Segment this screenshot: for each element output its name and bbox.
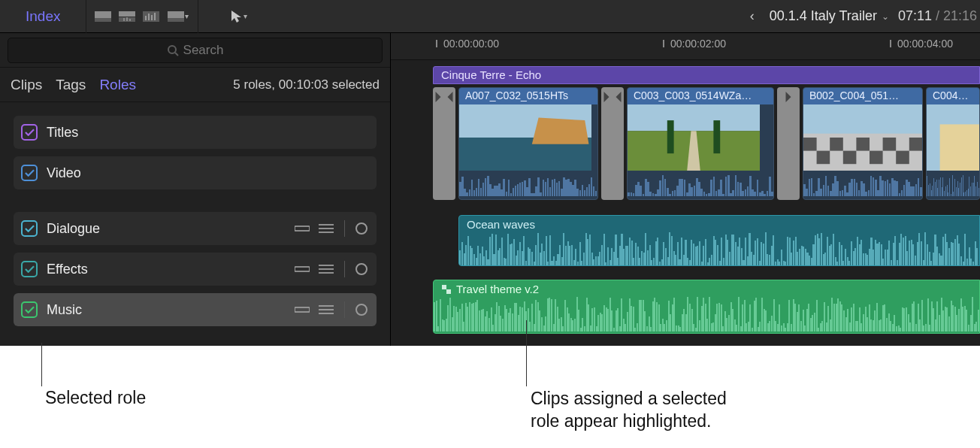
lane-collapse-icon[interactable]	[295, 265, 310, 274]
project-name-label: 00.1.4 Italy Trailer	[770, 8, 877, 24]
roles-list: Titles Video Dialogue	[0, 102, 390, 326]
timeline-ruler[interactable]: 00:00:00:00 00:00:02:00 00:00:04:00	[391, 33, 980, 60]
svg-rect-37	[803, 138, 817, 151]
clip-label: A007_C032_0515HTs	[459, 88, 597, 104]
transition-handle[interactable]	[601, 87, 624, 200]
svg-rect-34	[667, 120, 674, 153]
focus-lane-icon[interactable]	[355, 222, 368, 235]
index-tabs: Clips Tags Roles 5 roles, 00:10:03 selec…	[0, 68, 390, 102]
svg-rect-4	[123, 18, 125, 21]
svg-rect-31	[628, 104, 760, 131]
compound-clip-icon	[441, 284, 452, 295]
tab-clips[interactable]: Clips	[11, 77, 42, 93]
chevron-down-icon: ⌄	[882, 11, 889, 22]
timecode-display: 07:11 / 21:16	[898, 8, 980, 24]
callout-highlighted-clips: Clips assigned a selected role appear hi…	[531, 388, 727, 433]
callout-selected-role: Selected role	[45, 388, 146, 408]
clip-appearance-a-icon[interactable]	[92, 9, 113, 24]
checkbox-titles[interactable]	[21, 124, 38, 141]
svg-rect-1	[95, 18, 111, 22]
svg-rect-20	[295, 267, 310, 271]
svg-point-14	[168, 46, 176, 53]
audio-clip-ocean[interactable]: Ocean waves	[458, 215, 980, 266]
ruler-tick: 00:00:00:00	[443, 38, 499, 50]
video-clip[interactable]: B002_C004_051…	[803, 87, 923, 200]
lane-collapse-icon[interactable]	[295, 224, 310, 233]
focus-lane-icon[interactable]	[355, 304, 368, 316]
role-label: Effects	[47, 262, 286, 277]
role-titles[interactable]: Titles	[14, 116, 377, 149]
role-music[interactable]: Music	[14, 293, 377, 326]
svg-rect-44	[870, 151, 883, 165]
svg-rect-2	[119, 11, 135, 17]
chevron-down-icon: ▾	[185, 12, 189, 20]
lane-collapse-icon[interactable]	[295, 305, 310, 314]
index-panel: Search Clips Tags Roles 5 roles, 00:10:0…	[0, 33, 391, 368]
svg-rect-49	[940, 124, 980, 171]
checkbox-video[interactable]	[21, 165, 38, 181]
svg-rect-10	[151, 15, 153, 20]
primary-storyline[interactable]: A007_C032_0515HTs C003_C003_0514WZa… B00…	[433, 87, 980, 200]
ruler-tick: 00:00:04:00	[897, 38, 953, 50]
project-name[interactable]: 00.1.4 Italy Trailer ⌄	[770, 8, 898, 24]
svg-rect-51	[442, 285, 446, 289]
video-clip[interactable]: A007_C032_0515HTs	[458, 87, 598, 200]
clip-label: Ocean waves	[459, 216, 979, 233]
svg-rect-42	[817, 151, 830, 165]
svg-rect-5	[126, 17, 128, 21]
role-label: Titles	[47, 125, 368, 141]
focus-lane-icon[interactable]	[355, 263, 368, 275]
transition-handle[interactable]	[777, 87, 800, 200]
checkbox-music[interactable]	[21, 301, 38, 318]
checkbox-effects[interactable]	[21, 261, 38, 277]
clip-appearance-c-icon[interactable]	[141, 9, 162, 24]
select-tool-icon[interactable]: ▾	[224, 9, 254, 24]
roles-summary: 5 roles, 00:10:03 selected	[233, 77, 380, 92]
lane-expand-icon[interactable]	[319, 223, 334, 234]
checkbox-dialogue[interactable]	[21, 220, 38, 237]
transition-handle[interactable]	[433, 87, 455, 200]
clip-label: C003_C003_0514WZa…	[628, 88, 773, 104]
audio-clip-music[interactable]: Travel theme v.2	[433, 280, 980, 334]
svg-rect-11	[154, 13, 156, 20]
clip-appearance-b-icon[interactable]	[116, 9, 138, 24]
timeline[interactable]: 00:00:00:00 00:00:02:00 00:00:04:00 Cinq…	[391, 33, 980, 368]
index-button[interactable]: Index	[0, 8, 86, 25]
clip-label: Travel theme v.2	[456, 283, 539, 295]
svg-rect-43	[843, 151, 857, 165]
role-dialogue[interactable]: Dialogue	[14, 212, 377, 245]
role-label: Dialogue	[47, 221, 286, 237]
svg-rect-6	[129, 19, 131, 21]
svg-rect-35	[713, 120, 720, 153]
top-toolbar: Index ▾ ▾ ‹ 00.1.4 Italy Trailer	[0, 0, 980, 33]
lane-expand-icon[interactable]	[319, 304, 334, 315]
clip-appearance-menu-icon[interactable]: ▾	[165, 9, 192, 24]
clip-label: C004_…	[927, 88, 979, 104]
svg-rect-13	[168, 18, 184, 22]
clip-label: B002_C004_051…	[803, 88, 922, 104]
svg-rect-16	[295, 226, 310, 231]
svg-rect-8	[145, 16, 147, 20]
storyline-header[interactable]: Cinque Terre - Echo	[433, 66, 980, 84]
tab-tags[interactable]: Tags	[56, 77, 86, 93]
search-placeholder: Search	[183, 43, 224, 58]
video-clip[interactable]: C003_C003_0514WZa…	[627, 87, 774, 200]
chevron-down-icon: ▾	[243, 12, 247, 20]
role-label: Video	[47, 165, 368, 181]
svg-marker-30	[532, 118, 589, 144]
search-input[interactable]: Search	[8, 38, 383, 63]
video-clip[interactable]: C004_…	[926, 87, 980, 200]
role-effects[interactable]: Effects	[14, 253, 377, 286]
role-video[interactable]: Video	[14, 156, 377, 189]
lane-expand-icon[interactable]	[319, 264, 334, 274]
svg-rect-39	[856, 138, 870, 151]
tab-roles[interactable]: Roles	[99, 77, 136, 93]
annotation-layer: Selected role Clips assigned a selected …	[0, 346, 980, 448]
prev-edit-button[interactable]: ‹	[735, 8, 770, 24]
svg-rect-45	[896, 151, 909, 165]
svg-line-15	[175, 53, 178, 56]
svg-rect-52	[446, 289, 451, 294]
svg-rect-9	[148, 14, 150, 20]
role-label: Music	[47, 302, 286, 318]
svg-rect-38	[830, 138, 843, 151]
